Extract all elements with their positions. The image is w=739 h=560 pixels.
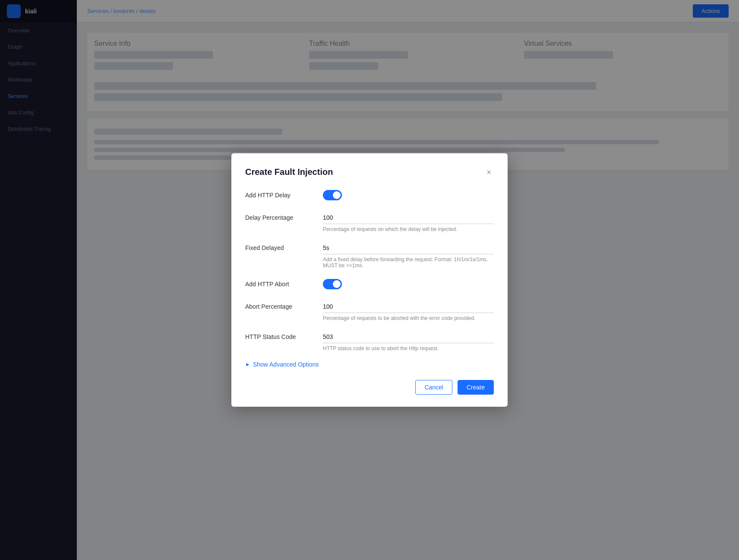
- add-http-abort-row: Add HTTP Abort: [245, 278, 494, 291]
- fixed-delayed-input[interactable]: [323, 242, 494, 254]
- modal-title: Create Fault Injection: [245, 167, 333, 177]
- toggle-thumb: [333, 191, 341, 199]
- abort-percentage-control: Percentage of requests to be aborted wit…: [323, 301, 494, 321]
- advanced-options-label: Show Advanced Options: [253, 361, 319, 368]
- add-http-abort-control: [323, 278, 494, 291]
- modal-wrapper: Create Fault Injection × Add HTTP Delay …: [0, 0, 739, 560]
- modal-close-button[interactable]: ×: [484, 168, 494, 177]
- add-http-abort-label: Add HTTP Abort: [245, 278, 323, 288]
- cancel-button[interactable]: Cancel: [415, 380, 452, 395]
- http-status-code-label: HTTP Status Code: [245, 331, 323, 340]
- add-http-delay-row: Add HTTP Delay: [245, 189, 494, 202]
- delay-percentage-row: Delay Percentage Percentage of requests …: [245, 212, 494, 232]
- add-http-delay-toggle[interactable]: [323, 190, 342, 200]
- add-http-abort-toggle[interactable]: [323, 279, 342, 289]
- show-advanced-options-link[interactable]: ► Show Advanced Options: [245, 361, 494, 368]
- http-status-code-control: HTTP status code to use to abort the Htt…: [323, 331, 494, 351]
- abort-percentage-row: Abort Percentage Percentage of requests …: [245, 301, 494, 321]
- fixed-delayed-row: Fixed Delayed Add a fixed delay before f…: [245, 242, 494, 269]
- http-status-code-input[interactable]: [323, 331, 494, 343]
- delay-percentage-hint: Percentage of requests on which the dela…: [323, 226, 494, 232]
- fixed-delayed-label: Fixed Delayed: [245, 242, 323, 251]
- toggle-thumb-abort: [333, 280, 341, 288]
- add-http-delay-label: Add HTTP Delay: [245, 189, 323, 199]
- create-fault-injection-modal: Create Fault Injection × Add HTTP Delay …: [231, 153, 508, 407]
- abort-percentage-hint: Percentage of requests to be aborted wit…: [323, 315, 494, 321]
- http-status-code-row: HTTP Status Code HTTP status code to use…: [245, 331, 494, 351]
- delay-percentage-control: Percentage of requests on which the dela…: [323, 212, 494, 232]
- abort-percentage-input[interactable]: [323, 301, 494, 313]
- modal-header: Create Fault Injection ×: [245, 167, 494, 177]
- http-status-code-hint: HTTP status code to use to abort the Htt…: [323, 345, 494, 351]
- fixed-delayed-control: Add a fixed delay before forwarding the …: [323, 242, 494, 269]
- chevron-right-icon: ►: [245, 361, 250, 367]
- abort-percentage-label: Abort Percentage: [245, 301, 323, 310]
- modal-footer: Cancel Create: [245, 380, 494, 395]
- create-button[interactable]: Create: [458, 380, 494, 395]
- add-http-delay-control: [323, 189, 494, 202]
- fixed-delayed-hint: Add a fixed delay before forwarding the …: [323, 256, 494, 269]
- delay-percentage-input[interactable]: [323, 212, 494, 224]
- delay-percentage-label: Delay Percentage: [245, 212, 323, 221]
